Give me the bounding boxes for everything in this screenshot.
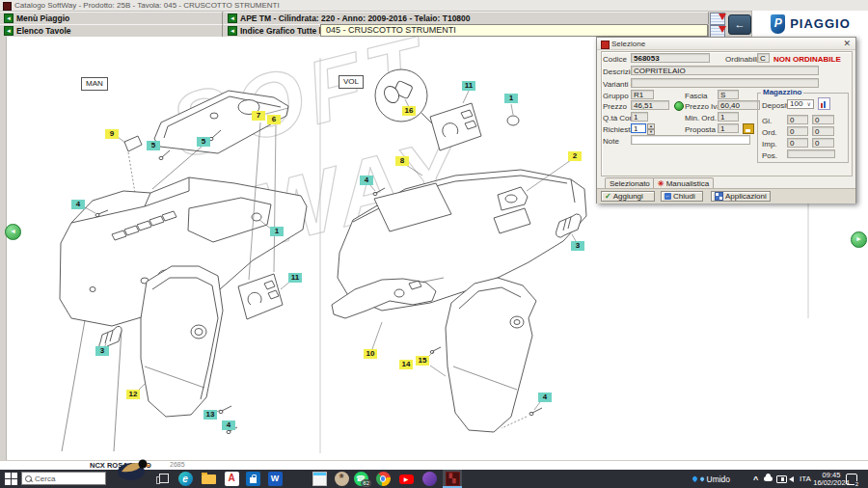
descrizione-field[interactable]: COPRITELAIO — [631, 66, 819, 75]
window-titlebar: Catalogo SoftWay - Prodotto: 25B - Tavol… — [0, 0, 868, 12]
note-field[interactable] — [631, 135, 750, 145]
tray-chevron-icon[interactable]: ^ — [753, 470, 758, 488]
speaker-icon[interactable] — [789, 470, 794, 488]
gi-field-2[interactable]: 0 — [812, 115, 834, 124]
start-button[interactable] — [5, 473, 17, 485]
qta-conf-field[interactable]: 1 — [631, 112, 648, 122]
gi-field-1[interactable]: 0 — [787, 115, 808, 124]
aggiungi-button[interactable]: ✓ Aggiungi — [601, 191, 655, 202]
gi-label: Gi. — [762, 117, 772, 125]
clock[interactable]: 09:45 16/02/2024 — [812, 470, 851, 488]
chrome-icon[interactable] — [373, 470, 393, 488]
vehicle-info-bar[interactable]: ◄ APE TM - Cilindrata: 220 - Anno: 2009-… — [224, 12, 709, 24]
manualistica-icon: ✳ — [658, 179, 665, 189]
menu-piaggio-button[interactable]: ◄ Menù Piaggio — [0, 12, 223, 24]
part-label-1[interactable]: 1 — [504, 94, 518, 103]
word-icon[interactable]: W — [265, 470, 285, 488]
part-label-12[interactable]: 12 — [126, 390, 140, 399]
store-icon[interactable] — [243, 470, 262, 488]
droplet-icon — [692, 475, 698, 482]
media-purple-icon[interactable] — [420, 470, 439, 488]
deposito-select[interactable]: 100∨ — [787, 99, 814, 109]
game-icon[interactable]: * — [332, 470, 351, 488]
table-combobox[interactable]: 045 - CRUSCOTTO STRUMENTI — [320, 24, 708, 37]
part-label-11[interactable]: 11 — [288, 273, 302, 283]
part-label-8[interactable]: 8 — [395, 156, 409, 166]
close-icon[interactable]: ✕ — [843, 39, 851, 48]
taskview-icon[interactable] — [154, 470, 174, 488]
catalog-icon[interactable]: ▚ — [443, 470, 462, 488]
section-label-man: MAN — [81, 77, 108, 91]
dialog-buttonbar: ✓ Aggiungi ← Chiudi Applicazioni — [597, 188, 855, 203]
min-ord-field[interactable]: 1 — [718, 112, 739, 122]
part-label-13[interactable]: 13 — [203, 410, 217, 420]
imp-field-1[interactable]: 0 — [787, 138, 808, 148]
applicazioni-button[interactable]: Applicazioni — [711, 191, 771, 202]
cart-icon[interactable] — [743, 123, 754, 134]
ord-field-2[interactable]: 0 — [812, 126, 834, 136]
notepad-icon[interactable] — [310, 470, 329, 488]
explorer-icon[interactable] — [199, 470, 218, 488]
brand-name: PIAGGIO — [790, 16, 851, 31]
part-label-4[interactable]: 4 — [538, 393, 552, 402]
part-label-4[interactable]: 4 — [222, 420, 235, 430]
next-table-button[interactable]: ► — [851, 231, 867, 248]
chiudi-button[interactable]: ← Chiudi — [661, 191, 703, 202]
part-label-15[interactable]: 15 — [416, 356, 429, 366]
menu-row-1: ◄ Menù Piaggio ◄ APE TM - Cilindrata: 22… — [0, 12, 709, 24]
part-label-3[interactable]: 3 — [571, 241, 584, 251]
part-label-3[interactable]: 3 — [95, 346, 109, 356]
richiesta-spinner[interactable]: ▲▼ — [647, 123, 655, 133]
part-label-14[interactable]: 14 — [399, 360, 413, 369]
gruppo-ord-field[interactable]: R1 — [631, 90, 654, 99]
taskbar-search[interactable]: Cerca — [21, 472, 106, 485]
part-label-5[interactable]: 5 — [147, 141, 160, 150]
action-center-icon[interactable]: 2 — [846, 470, 857, 488]
prezzo-ivato-field[interactable]: 60,40 — [718, 100, 760, 110]
part-label-1[interactable]: 1 — [270, 227, 284, 236]
fascia-field[interactable]: S — [718, 90, 739, 99]
price-status-icon — [674, 101, 684, 111]
pos-field[interactable] — [787, 149, 835, 158]
ordinabilita-field[interactable]: C — [757, 53, 770, 63]
proposta-field[interactable]: 1 — [718, 123, 739, 133]
richiesta-label: Richiesta — [603, 125, 635, 134]
codice-field[interactable]: 568053 — [631, 53, 710, 63]
part-label-5[interactable]: 5 — [197, 137, 210, 147]
part-label-4[interactable]: 4 — [71, 200, 85, 209]
pos-label: Pos. — [762, 151, 777, 160]
whatsapp-icon[interactable]: ☎62 — [351, 470, 370, 488]
onedrive-cloud-icon[interactable] — [764, 470, 773, 488]
filter-icon[interactable] — [710, 13, 725, 25]
part-label-2[interactable]: 2 — [568, 151, 582, 161]
chiudi-icon: ← — [665, 193, 671, 200]
applications-grid-icon — [715, 192, 723, 201]
stock-chart-icon[interactable] — [818, 97, 830, 110]
part-label-6[interactable]: 6 — [267, 115, 281, 124]
imp-field-2[interactable]: 0 — [812, 138, 834, 148]
part-label-4[interactable]: 4 — [360, 176, 373, 185]
dialog-titlebar[interactable]: Selezione ✕ — [597, 38, 855, 50]
elenco-tavole-button[interactable]: ◄ Elenco Tavole — [0, 24, 223, 37]
prezzo-field[interactable]: 46,51 — [631, 100, 669, 110]
part-label-9[interactable]: 9 — [105, 129, 119, 139]
acrobat-icon[interactable]: A — [222, 470, 241, 488]
prev-table-button[interactable]: ◄ — [5, 224, 21, 240]
weather-widget[interactable]: Umido — [692, 470, 730, 488]
ord-field-1[interactable]: 0 — [787, 126, 808, 136]
richiesta-field[interactable]: 1 — [631, 123, 646, 133]
piaggio-logo-icon: P — [771, 14, 785, 34]
part-label-7[interactable]: 7 — [252, 111, 265, 121]
edge-icon[interactable]: e — [176, 470, 195, 488]
brand-panel: P PIAGGIO — [751, 11, 868, 37]
varianti-field[interactable] — [631, 78, 819, 88]
language-indicator[interactable]: ITA — [800, 470, 811, 488]
dealer-code: 2685 — [170, 461, 185, 468]
part-label-11[interactable]: 11 — [462, 81, 475, 91]
proposta-label: Proposta — [685, 125, 716, 134]
part-label-16[interactable]: 16 — [402, 106, 416, 116]
youtube-icon[interactable]: ▶ — [396, 470, 416, 488]
part-label-10[interactable]: 10 — [364, 349, 377, 359]
dealer-logo-icon — [114, 455, 152, 484]
back-button[interactable]: ← — [728, 14, 751, 35]
